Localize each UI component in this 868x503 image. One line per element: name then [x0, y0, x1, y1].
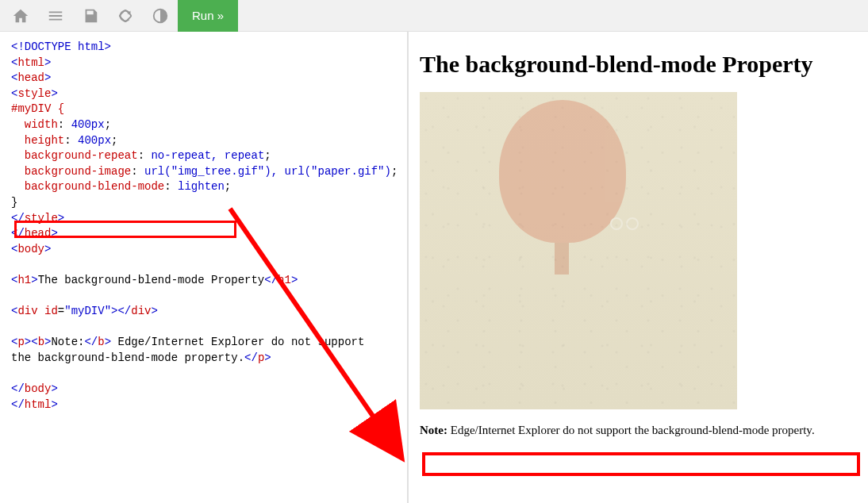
code-token: style [17, 87, 51, 100]
svg-rect-0 [119, 10, 132, 22]
code-token: h1 [17, 274, 31, 286]
code-token: : [164, 180, 178, 193]
code-token: b [38, 336, 44, 348]
code-token: style [25, 212, 58, 225]
code-token: > [264, 351, 271, 364]
code-token: "myDIV" [64, 305, 111, 317]
code-token: </ [11, 212, 25, 225]
code-token: </ [84, 336, 98, 348]
code-token: 400px [78, 134, 111, 147]
code-editor[interactable]: <!DOCTYPE html> <html> <head> <style> #m… [0, 32, 409, 503]
code-token: > [51, 398, 57, 411]
code-token: head [17, 71, 44, 84]
code-blank [11, 367, 17, 379]
code-token: </ [11, 398, 25, 411]
code-token: h1 [278, 274, 291, 286]
code-token: height [11, 134, 64, 147]
toolbar: Run » [0, 0, 868, 32]
theme-icon[interactable] [143, 0, 178, 32]
code-token: > [51, 227, 57, 240]
code-blank [11, 258, 17, 271]
code-token: > [44, 56, 51, 69]
code-token: ; [111, 134, 117, 147]
code-token: b [98, 336, 104, 348]
code-token: background-image [11, 165, 131, 178]
run-button[interactable]: Run » [178, 0, 238, 32]
code-token: head [25, 227, 52, 240]
main-container: <!DOCTYPE html> <html> <head> <style> #m… [0, 32, 868, 503]
code-token: ; [225, 180, 231, 193]
code-token: ; [105, 118, 111, 131]
code-token: url("img_tree.gif"), url("paper.gif") [144, 165, 391, 178]
code-token: > [291, 274, 298, 286]
code-token: body [17, 243, 44, 255]
preview-heading: The background-blend-mode Property [420, 51, 857, 78]
code-token: > [44, 243, 51, 255]
code-token: </ [244, 351, 258, 364]
code-token: : [138, 149, 152, 162]
code-token: : [58, 118, 71, 131]
code-token: : [131, 165, 144, 178]
code-token: > [25, 336, 31, 348]
code-token: div [17, 305, 37, 317]
code-token: #myDIV { [11, 102, 64, 115]
code-token: id [44, 305, 58, 317]
code-token: </ [11, 227, 25, 240]
code-token: > [44, 71, 51, 84]
code-token: </ [264, 274, 278, 286]
code-token: p [17, 336, 24, 348]
code-token: : [64, 134, 78, 147]
preview-pane: The background-blend-mode Property Note:… [409, 32, 868, 503]
code-token [38, 305, 44, 317]
code-token: } [11, 196, 17, 209]
code-line: <!DOCTYPE html> [11, 40, 111, 53]
code-token: div [131, 305, 151, 317]
code-token: > [105, 336, 111, 348]
code-token: lighten [178, 180, 225, 193]
code-token: background-blend-mode [11, 180, 164, 193]
code-token: The background-blend-mode Property [38, 274, 265, 286]
code-token: width [11, 118, 58, 131]
code-token: > [58, 212, 64, 225]
rotate-icon[interactable] [108, 0, 143, 32]
note-text: Edge/Internet Explorer do not support th… [447, 424, 815, 436]
code-token: Note: [51, 336, 84, 348]
code-blank [11, 321, 17, 333]
code-token: > [152, 305, 158, 317]
code-blank [11, 290, 17, 302]
save-icon[interactable] [73, 0, 108, 32]
code-token: > [51, 382, 57, 395]
code-token: > [51, 87, 57, 100]
preview-div [420, 92, 737, 409]
code-token: the background-blend-mode property. [11, 351, 244, 364]
code-token: </ [117, 305, 131, 317]
code-token: body [25, 382, 52, 395]
note-label: Note: [420, 424, 447, 436]
code-token: background-repeat [11, 149, 138, 162]
code-token: = [58, 305, 64, 317]
menu-icon[interactable] [38, 0, 73, 32]
home-icon[interactable] [3, 0, 38, 32]
code-token: 400px [71, 118, 105, 131]
code-token: ; [264, 149, 271, 162]
code-token: ; [391, 165, 398, 178]
tree-image [491, 100, 634, 282]
code-token: html [25, 398, 52, 411]
code-token: </ [11, 382, 25, 395]
code-token: no-repeat, repeat [151, 149, 264, 162]
preview-note: Note: Edge/Internet Explorer do not supp… [420, 424, 857, 437]
code-token: > [31, 274, 37, 286]
code-token: html [17, 56, 44, 69]
code-token: Edge/Internet Explorer do not support [111, 336, 364, 348]
code-token: < [31, 336, 37, 348]
